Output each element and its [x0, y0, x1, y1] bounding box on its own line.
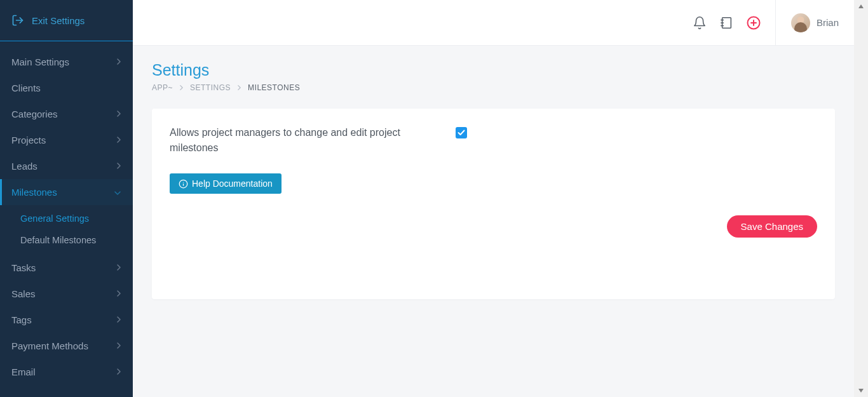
add-circle-icon[interactable] — [746, 15, 761, 30]
chevron-right-icon — [116, 262, 121, 273]
sidebar-subitem-general-settings[interactable]: General Settings — [0, 208, 133, 229]
sidebar-item-label: Email — [11, 367, 36, 377]
sidebar-nav: Main Settings Clients Categories Project… — [0, 41, 133, 385]
sidebar-item-label: Categories — [11, 109, 58, 119]
sidebar-item-milestones[interactable]: Milestones — [0, 179, 133, 205]
user-name: Brian — [817, 17, 839, 28]
notifications-icon[interactable] — [693, 16, 707, 30]
sidebar-item-label: Sales — [11, 288, 36, 299]
sidebar-item-label: Projects — [11, 135, 46, 145]
settings-sidebar: Exit Settings Main Settings Clients Cate… — [0, 0, 133, 397]
scroll-down-button[interactable] — [854, 384, 868, 397]
sidebar-item-categories[interactable]: Categories — [0, 101, 133, 127]
sidebar-subitem-label: Default Milestones — [20, 235, 96, 245]
chevron-right-icon — [116, 314, 121, 325]
chevron-right-icon — [237, 84, 241, 91]
allow-pm-milestones-checkbox[interactable] — [456, 127, 467, 138]
sidebar-item-clients[interactable]: Clients — [0, 75, 133, 101]
sidebar-item-sales[interactable]: Sales — [0, 281, 133, 307]
chevron-down-icon — [114, 187, 121, 198]
topbar-icons — [693, 15, 775, 30]
chevron-right-icon — [116, 288, 121, 299]
sidebar-item-tasks[interactable]: Tasks — [0, 255, 133, 281]
user-menu[interactable]: Brian — [775, 0, 854, 45]
page-title: Settings — [152, 61, 835, 79]
chevron-right-icon — [116, 161, 121, 172]
exit-settings-link[interactable]: Exit Settings — [0, 0, 133, 41]
sidebar-item-label: Tags — [11, 314, 32, 325]
breadcrumb-segment[interactable]: SETTINGS — [190, 83, 231, 92]
notebook-icon[interactable] — [719, 16, 733, 30]
sidebar-item-label: Leads — [11, 161, 37, 172]
sidebar-item-label: Milestones — [11, 187, 57, 198]
breadcrumb: APP~ SETTINGS MILESTONES — [152, 83, 835, 92]
chevron-right-icon — [179, 84, 184, 91]
sidebar-item-leads[interactable]: Leads — [0, 153, 133, 179]
sidebar-item-label: Payment Methods — [11, 340, 88, 351]
check-icon — [458, 130, 465, 136]
settings-card: Allows project managers to change and ed… — [152, 109, 835, 299]
scroll-up-button[interactable] — [854, 0, 868, 13]
help-documentation-button[interactable]: Help Documentation — [170, 173, 281, 194]
main-area: Brian Settings APP~ SETTINGS MILESTONES … — [133, 0, 854, 397]
sidebar-subitem-label: General Settings — [20, 213, 89, 224]
setting-row-allow-pm-milestones: Allows project managers to change and ed… — [170, 125, 576, 156]
sidebar-item-email[interactable]: Email — [0, 359, 133, 385]
card-actions: Save Changes — [170, 215, 817, 238]
exit-icon — [11, 14, 24, 27]
topbar: Brian — [133, 0, 854, 46]
sidebar-subnav-milestones: General Settings Default Milestones — [0, 205, 133, 255]
sidebar-item-projects[interactable]: Projects — [0, 127, 133, 153]
help-button-label: Help Documentation — [192, 178, 273, 189]
sidebar-item-label: Tasks — [11, 262, 36, 273]
save-button-label: Save Changes — [741, 221, 803, 232]
sidebar-item-main-settings[interactable]: Main Settings — [0, 49, 133, 75]
sidebar-item-label: Clients — [11, 83, 41, 93]
save-changes-button[interactable]: Save Changes — [727, 215, 817, 238]
setting-label: Allows project managers to change and ed… — [170, 125, 430, 156]
chevron-right-icon — [116, 340, 121, 351]
chevron-right-icon — [116, 367, 121, 377]
sidebar-item-label: Main Settings — [11, 57, 69, 67]
sidebar-item-tags[interactable]: Tags — [0, 307, 133, 333]
breadcrumb-segment[interactable]: APP~ — [152, 83, 173, 92]
chevron-right-icon — [116, 109, 121, 119]
exit-settings-label: Exit Settings — [32, 15, 85, 26]
chevron-right-icon — [116, 135, 121, 145]
chevron-right-icon — [116, 57, 121, 67]
sidebar-item-payment-methods[interactable]: Payment Methods — [0, 333, 133, 359]
content: Settings APP~ SETTINGS MILESTONES Allows… — [133, 46, 854, 314]
sidebar-subitem-default-milestones[interactable]: Default Milestones — [0, 229, 133, 251]
breadcrumb-current: MILESTONES — [248, 83, 300, 92]
vertical-scrollbar[interactable] — [854, 0, 868, 397]
info-icon — [179, 179, 188, 189]
avatar — [791, 13, 810, 32]
